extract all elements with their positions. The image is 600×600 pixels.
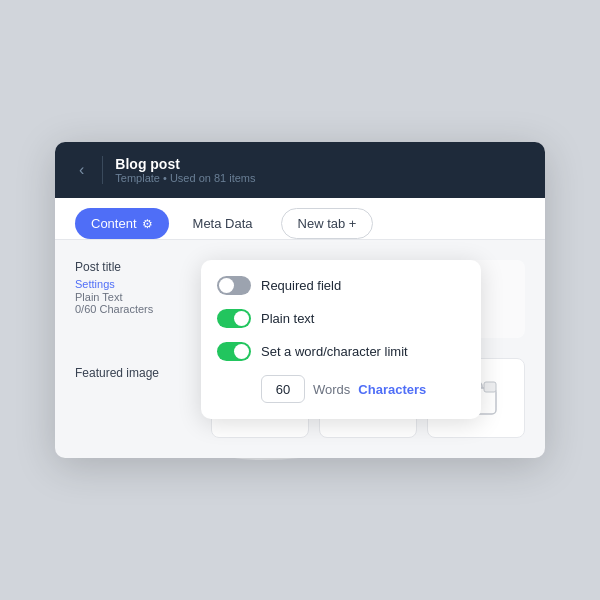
title-block: Blog post Template • Used on 81 items [115, 156, 255, 184]
word-limit-row: Set a word/character limit [217, 342, 465, 361]
post-title-label: Post title [75, 260, 195, 274]
titlebar-divider [102, 156, 103, 184]
tab-content[interactable]: Content ⚙ [75, 208, 169, 239]
main-window: ‹ Blog post Template • Used on 81 items … [55, 142, 545, 458]
right-panel: Required field Plain text Set a word/cha… [211, 260, 525, 338]
word-limit-toggle[interactable] [217, 342, 251, 361]
svg-rect-5 [484, 382, 496, 392]
characters-option[interactable]: Characters [358, 382, 426, 397]
words-option[interactable]: Words [313, 382, 350, 397]
featured-image-label: Featured image [75, 358, 195, 380]
tab-metadata[interactable]: Meta Data [177, 208, 269, 239]
content-area: Post title Settings Plain Text 0/60 Char… [55, 240, 545, 358]
tab-bar: Content ⚙ Meta Data New tab + [55, 198, 545, 240]
required-field-row: Required field [217, 276, 465, 295]
gear-icon: ⚙ [142, 217, 153, 231]
titlebar: ‹ Blog post Template • Used on 81 items [55, 142, 545, 198]
back-button[interactable]: ‹ [73, 159, 90, 181]
plain-text-toggle[interactable] [217, 309, 251, 328]
plain-text-label: Plain text [261, 311, 314, 326]
required-field-toggle[interactable] [217, 276, 251, 295]
window-subtitle: Template • Used on 81 items [115, 172, 255, 184]
newtab-label: New tab + [298, 216, 357, 231]
window-title: Blog post [115, 156, 255, 172]
plain-text-row: Plain text [217, 309, 465, 328]
settings-dropdown: Required field Plain text Set a word/cha… [201, 260, 481, 419]
content-tab-label: Content [91, 216, 137, 231]
field-count: 0/60 Characters [75, 303, 195, 315]
word-limit-options: Words Characters [217, 375, 465, 403]
limit-value-input[interactable] [261, 375, 305, 403]
required-field-label: Required field [261, 278, 341, 293]
metadata-tab-label: Meta Data [193, 216, 253, 231]
field-type: Plain Text [75, 291, 195, 303]
left-panel: Post title Settings Plain Text 0/60 Char… [75, 260, 195, 338]
tab-newtab[interactable]: New tab + [281, 208, 374, 239]
word-limit-label: Set a word/character limit [261, 344, 408, 359]
settings-link[interactable]: Settings [75, 278, 195, 290]
